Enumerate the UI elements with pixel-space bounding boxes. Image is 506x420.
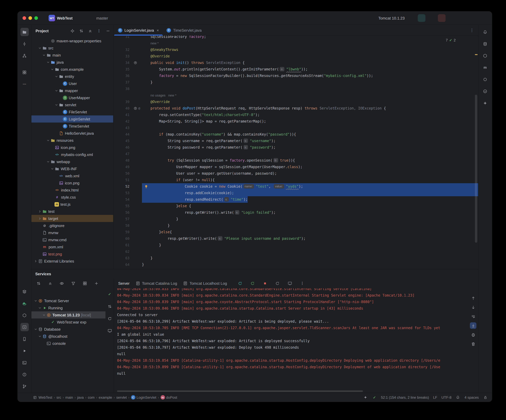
tab-options-icon[interactable]: ⋮ bbox=[470, 28, 474, 32]
print-button[interactable] bbox=[470, 331, 476, 338]
code-line-36[interactable]: 36 factory = new SqlSessionFactoryBuilde… bbox=[113, 72, 478, 79]
chevron-down-icon[interactable] bbox=[37, 45, 42, 50]
code-line-54[interactable]: 54 resp.sendRedirect(s:"time"); bbox=[113, 196, 478, 203]
code-line-49[interactable]: 49 UserMapper mapper = sqlSession.getMap… bbox=[113, 164, 478, 170]
search-everywhere-button[interactable] bbox=[471, 14, 479, 22]
docker-button[interactable] bbox=[20, 299, 29, 308]
notifications-status[interactable] bbox=[456, 395, 460, 400]
deploy-status-button[interactable]: ✓ bbox=[106, 290, 114, 298]
tree-item-pom-xml[interactable]: mpom.xml bbox=[31, 243, 113, 250]
branch-widget[interactable]: master bbox=[88, 14, 116, 22]
group-by-button[interactable] bbox=[80, 279, 89, 287]
chevron-down-icon[interactable] bbox=[33, 298, 38, 303]
refresh-deployments-button[interactable] bbox=[273, 279, 282, 287]
more-options-button[interactable]: ⋮ bbox=[298, 279, 306, 287]
add-service-button[interactable] bbox=[92, 279, 100, 287]
code-line-47[interactable]: 47 bbox=[113, 151, 478, 157]
chevron-down-icon[interactable] bbox=[41, 53, 46, 58]
build-button[interactable] bbox=[20, 287, 29, 296]
chevron-right-icon[interactable] bbox=[33, 259, 38, 263]
version-control-button[interactable] bbox=[20, 382, 29, 390]
code-line-34[interactable]: 34 public void init() throws ServletExce… bbox=[113, 59, 478, 66]
console-tab-tomcat-localhost-log[interactable]: Tomcat Localhost Log bbox=[180, 278, 230, 288]
breadcrumb-java[interactable]: java bbox=[77, 395, 84, 400]
chevron-down-icon[interactable] bbox=[46, 138, 50, 143]
tree-item-icon-png[interactable]: icon.png bbox=[31, 179, 113, 187]
tree-item-icon-png[interactable]: icon.png bbox=[31, 144, 113, 151]
code-line-53[interactable]: 53 resp.addCookie(cookie); bbox=[113, 190, 478, 196]
tree-item-database[interactable]: Database bbox=[31, 326, 106, 333]
commit-button[interactable] bbox=[20, 40, 29, 48]
hide-panel-button[interactable] bbox=[105, 28, 111, 34]
project-button[interactable] bbox=[20, 28, 29, 36]
chevron-down-icon[interactable] bbox=[54, 102, 59, 107]
code-line-59[interactable]: 59 }else{ bbox=[113, 229, 478, 235]
terminal-button[interactable] bbox=[20, 358, 29, 367]
chevron-down-icon[interactable] bbox=[46, 159, 50, 164]
close-button[interactable] bbox=[22, 16, 26, 20]
expand-collapse-button[interactable] bbox=[78, 28, 84, 34]
more-tools-button[interactable]: ⋯ bbox=[20, 80, 29, 88]
device-manager-button[interactable] bbox=[20, 335, 29, 343]
code-line-39[interactable]: 39 @Override bbox=[113, 99, 478, 105]
tree-item-fileservlet[interactable]: CFileServlet bbox=[31, 108, 113, 116]
code-line-61[interactable]: 61 } bbox=[113, 242, 478, 248]
clear-all-button[interactable] bbox=[470, 341, 476, 347]
tree-item-web-xml[interactable]: </>web.xml bbox=[31, 172, 113, 179]
code-line-48[interactable]: 48 try (SqlSession sqlSession = factory.… bbox=[113, 157, 478, 164]
debug-button[interactable] bbox=[428, 14, 435, 22]
more-actions-button[interactable] bbox=[448, 14, 456, 22]
code-line-62[interactable]: 62 bbox=[113, 248, 478, 255]
override-gutter-icon[interactable] bbox=[133, 60, 138, 65]
collapse-all-button[interactable] bbox=[46, 279, 54, 287]
code-line-52[interactable]: 52 Cookie cookie = new Cookie(name:"test… bbox=[113, 183, 478, 190]
refresh-tree-button[interactable] bbox=[106, 314, 114, 323]
scroll-down-button[interactable] bbox=[470, 304, 476, 310]
tree-item-resources[interactable]: resources bbox=[31, 137, 113, 144]
code-line-60[interactable]: 60 resp.getWriter().write(s:"Please inpu… bbox=[113, 235, 478, 242]
settings-button[interactable] bbox=[481, 14, 489, 22]
breadcrumb-main[interactable]: main bbox=[65, 395, 73, 400]
chevron-down-icon[interactable] bbox=[41, 313, 46, 317]
project-widget[interactable]: WT WebTest bbox=[47, 14, 81, 22]
show-deployments-button[interactable] bbox=[286, 279, 294, 287]
code-line-40[interactable]: 40@ protected void doPost(HttpServletReq… bbox=[113, 105, 478, 112]
services-panel-title[interactable]: Services bbox=[35, 271, 51, 276]
code-line-41[interactable]: 41 resp.setContentType("text/html;charse… bbox=[113, 112, 478, 118]
tree-item-user[interactable]: CUser bbox=[31, 80, 113, 87]
filter-button[interactable] bbox=[69, 279, 77, 287]
inlay-hint[interactable]: new * bbox=[151, 41, 159, 45]
tree-item-main[interactable]: main bbox=[31, 52, 113, 58]
tree-item-gitignore[interactable]: ⊘.gitignore bbox=[31, 222, 113, 229]
no-problems-status[interactable]: ✓ bbox=[372, 395, 377, 400]
database-button[interactable] bbox=[481, 40, 489, 48]
chevron-right-icon[interactable] bbox=[37, 216, 42, 221]
run-config-selector[interactable]: Tomcat 10.1.23 bbox=[370, 14, 413, 22]
tree-item-mybatis-config-xml[interactable]: </>mybatis-config.xml bbox=[31, 151, 113, 158]
soft-wrap-button[interactable] bbox=[470, 313, 476, 320]
breadcrumb-servlet[interactable]: servlet bbox=[116, 395, 127, 400]
code-line-31[interactable]: 31 SqlSessionFactory factory; bbox=[113, 36, 478, 40]
tree-item-mvnw[interactable]: mvnw bbox=[31, 229, 113, 236]
tree-item-test[interactable]: test bbox=[31, 208, 113, 215]
caret-position[interactable]: 52:1 (154 chars, 2 line breaks) bbox=[381, 395, 429, 400]
rerun-button[interactable] bbox=[418, 14, 426, 22]
breadcrumb-com[interactable]: com bbox=[88, 395, 94, 400]
code-line-45[interactable]: 45 String username = req.getParameter(s:… bbox=[113, 138, 478, 144]
chevron-down-icon[interactable] bbox=[37, 334, 42, 339]
code-line-51[interactable]: 51 if (user != null){ bbox=[113, 177, 478, 183]
structure-button[interactable] bbox=[20, 52, 29, 60]
tree-item-console[interactable]: console bbox=[31, 340, 106, 347]
tree-item-tomcat-server[interactable]: Tomcat Server bbox=[31, 297, 106, 304]
close-tab-icon[interactable]: × bbox=[157, 28, 159, 32]
prev-problem-icon[interactable] bbox=[457, 38, 462, 43]
stop-button[interactable] bbox=[438, 14, 446, 22]
tree-item-servlet[interactable]: servlet bbox=[31, 101, 113, 108]
tree-item-external-libraries[interactable]: External Libraries bbox=[31, 258, 113, 265]
code-line-35[interactable]: 35 System.out.println(getServletContext(… bbox=[113, 66, 478, 72]
code-inlay[interactable]: no usages new * bbox=[113, 92, 478, 99]
intention-bulb-icon[interactable] bbox=[144, 184, 148, 189]
console-tab-tomcat-catalina-log[interactable]: Tomcat Catalina Log bbox=[133, 278, 180, 288]
breadcrumb-example[interactable]: example bbox=[99, 395, 112, 400]
chevron-down-icon[interactable] bbox=[46, 60, 50, 65]
